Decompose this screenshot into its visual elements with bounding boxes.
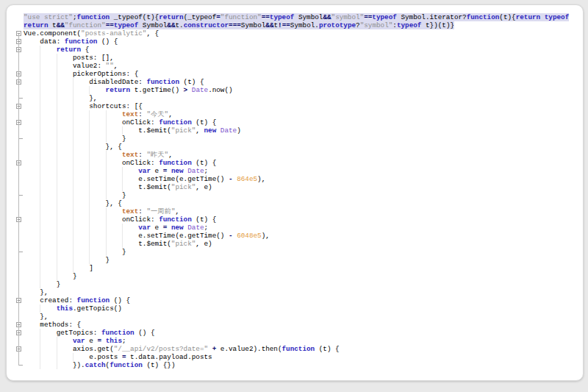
code-line[interactable]: axios.get("/__api/v2/posts?date=" + e.va… <box>7 345 583 353</box>
indent-guide <box>40 94 40 102</box>
code-token: (t){ <box>499 13 515 21</box>
code-token: t})(t)} <box>421 21 454 29</box>
indent-guide <box>122 224 123 232</box>
code-line[interactable]: t.$emit("pick", new Date) <box>7 126 583 135</box>
indent-guide <box>40 345 40 353</box>
code-line[interactable]: pickerOptions: { <box>7 70 583 78</box>
code-token: () { <box>97 38 118 46</box>
code-line[interactable]: } <box>7 256 583 264</box>
code-text: text: "今天", <box>24 110 173 118</box>
code-line[interactable]: value2: "", <box>7 62 583 70</box>
code-line[interactable]: this.getTopics() <box>7 304 583 313</box>
code-token: e.posts <box>89 353 122 361</box>
fold-end-tick <box>19 138 23 139</box>
code-token: getTopics: <box>57 329 101 337</box>
code-line[interactable]: return t&&"function"==typeof Symbol&&t.c… <box>7 21 583 29</box>
code-line[interactable]: methods: { <box>7 321 583 329</box>
indent-guide <box>73 199 74 207</box>
code-text: t.$emit("pick", e) <box>24 240 212 248</box>
code-line[interactable]: text: "一周前", <box>7 207 583 215</box>
code-token: function <box>159 118 192 126</box>
code-token: Symbol <box>138 21 167 29</box>
indent-guide <box>73 353 74 361</box>
code-line[interactable]: e.setTime(e.getTime() - 6048e5), <box>7 232 583 240</box>
code-token: } <box>122 135 126 143</box>
code-line[interactable]: Vue.component("posts-analytic", { <box>7 29 583 38</box>
indent-guide <box>40 199 40 207</box>
code-line[interactable]: onClick: function (t) { <box>7 118 583 126</box>
code-line[interactable]: getTopics: function () { <box>7 329 583 337</box>
code-text: t.$emit("pick", e) <box>24 183 212 191</box>
indent-guide <box>57 232 57 240</box>
code-text: text: "昨天", <box>24 151 173 159</box>
code-line[interactable]: } <box>7 248 583 256</box>
code-line[interactable]: shortcuts: [{ <box>7 102 583 110</box>
code-line[interactable]: "use strict";function _typeof(t){return(… <box>7 13 583 21</box>
indent-guide <box>106 135 107 143</box>
code-line[interactable]: return { <box>7 46 583 54</box>
indent-guide <box>89 183 90 191</box>
code-text: } <box>24 272 77 280</box>
code-token: } <box>122 191 126 199</box>
code-line[interactable]: var e = new Date; <box>7 167 583 175</box>
indent-guide <box>122 175 123 183</box>
code-token: && <box>323 13 331 21</box>
indent-guide <box>89 207 90 215</box>
indent-guide <box>40 304 40 313</box>
code-line[interactable]: } <box>7 191 583 199</box>
code-line[interactable]: onClick: function (t) { <box>7 159 583 167</box>
code-text: methods: { <box>24 321 81 329</box>
fold-connector-line <box>18 33 19 366</box>
code-line[interactable]: text: "今天", <box>7 110 583 118</box>
code-line[interactable]: }, { <box>7 199 583 207</box>
indent-guide <box>89 86 90 94</box>
code-line[interactable]: data: function () { <box>7 38 583 46</box>
code-line[interactable]: text: "昨天", <box>7 151 583 159</box>
code-token: .getTopics() <box>73 304 122 313</box>
code-token: methods: { <box>40 321 81 329</box>
code-line[interactable]: onClick: function (t) { <box>7 215 583 224</box>
code-line[interactable]: ] <box>7 264 583 272</box>
code-token: text <box>122 151 138 159</box>
code-text: value2: "", <box>24 62 118 70</box>
code-token: e.setTime(e.getTime() <box>138 232 229 240</box>
code-line[interactable]: t.$emit("pick", e) <box>7 240 583 248</box>
indent-guide <box>40 272 40 280</box>
code-token: typeof <box>114 21 138 29</box>
code-line[interactable]: }, <box>7 313 583 321</box>
code-text: return t&&"function"==typeof Symbol&&t.c… <box>24 21 454 29</box>
code-token: function <box>77 296 110 304</box>
code-line[interactable]: return t.getTime() > Date.now() <box>7 86 583 94</box>
code-token: Symbol <box>241 21 265 29</box>
code-line[interactable]: var e = new Date; <box>7 224 583 232</box>
indent-guide <box>40 207 40 215</box>
code-line[interactable]: t.$emit("pick", e) <box>7 183 583 191</box>
code-line[interactable]: }).catch(function (t) {}) <box>7 361 583 369</box>
code-token: "昨天" <box>146 151 168 159</box>
code-token: function <box>110 361 143 369</box>
code-line[interactable]: } <box>7 135 583 143</box>
code-area[interactable]: "use strict";function _typeof(t){return(… <box>7 5 583 380</box>
code-line[interactable]: }, <box>7 94 583 102</box>
code-line[interactable]: created: function () { <box>7 296 583 304</box>
indent-guide <box>57 175 57 183</box>
indent-guide <box>89 126 90 135</box>
code-token: ; <box>122 337 126 345</box>
code-token: function <box>282 345 315 353</box>
code-line[interactable]: disabledDate: function (t) { <box>7 78 583 86</box>
code-line[interactable]: var e = this; <box>7 337 583 345</box>
code-line[interactable]: } <box>7 272 583 280</box>
code-token: typeof <box>545 13 569 21</box>
code-token: ), <box>262 232 270 240</box>
code-line[interactable]: }, { <box>7 143 583 151</box>
code-line[interactable]: e.setTime(e.getTime() - 864e5), <box>7 175 583 183</box>
code-line[interactable]: } <box>7 280 583 288</box>
code-line[interactable]: posts: [], <box>7 54 583 62</box>
code-text: onClick: function (t) { <box>24 215 216 224</box>
code-text: return { <box>24 46 89 54</box>
code-line[interactable]: }, <box>7 288 583 296</box>
code-token: typeof <box>397 21 421 29</box>
fold-gutter <box>7 5 29 380</box>
code-token: function <box>467 13 500 21</box>
code-line[interactable]: e.posts = t.data.payload.posts <box>7 353 583 361</box>
